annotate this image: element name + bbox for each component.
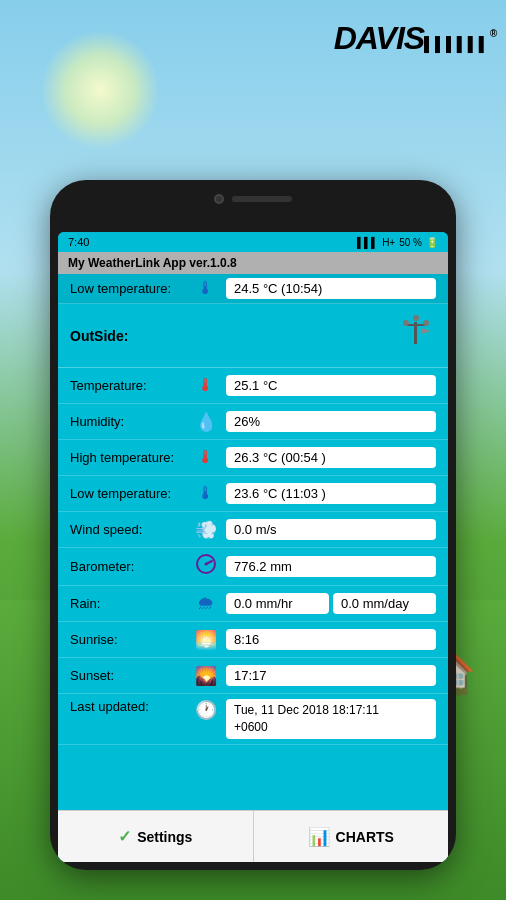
high-temp-row: High temperature: 🌡 26.3 °C (00:54 ) (58, 440, 448, 476)
status-bar: 7:40 ▌▌▌ H+ 50 % 🔋 (58, 232, 448, 252)
humidity-value: 26% (226, 411, 436, 432)
cutoff-icon: 🌡 (190, 278, 222, 299)
last-updated-value: Tue, 11 Dec 2018 18:17:11+0600 (226, 699, 436, 739)
last-updated-row: Last updated: 🕐 Tue, 11 Dec 2018 18:17:1… (58, 694, 448, 745)
temperature-row: Temperature: 🌡 25.1 °C (58, 368, 448, 404)
cutoff-row: Low temperature: 🌡 24.5 °C (10:54) (58, 274, 448, 304)
sunset-icon: 🌄 (190, 665, 222, 687)
svg-rect-1 (406, 324, 426, 326)
status-right-icons: ▌▌▌ H+ 50 % 🔋 (357, 237, 438, 248)
wind-speed-value: 0.0 m/s (226, 519, 436, 540)
phone-frame: 7:40 ▌▌▌ H+ 50 % 🔋 My WeatherLink App ve… (50, 180, 456, 870)
svg-point-8 (205, 563, 208, 566)
last-updated-label: Last updated: (70, 699, 190, 714)
charts-label: CHARTS (336, 829, 394, 845)
sunrise-value: 8:16 (226, 629, 436, 650)
barometer-row: Barometer: 776.2 mm (58, 548, 448, 586)
low-temp-label: Low temperature: (70, 486, 190, 501)
humidity-label: Humidity: (70, 414, 190, 429)
outside-label: OutSide: (70, 328, 396, 344)
status-time: 7:40 (68, 236, 89, 248)
cutoff-label: Low temperature: (70, 281, 190, 296)
phone-screen: 7:40 ▌▌▌ H+ 50 % 🔋 My WeatherLink App ve… (58, 232, 448, 862)
signal-bars: ▌▌▌ (357, 237, 378, 248)
rain-values: 0.0 mm/hr 0.0 mm/day (226, 593, 436, 614)
battery-level: 50 % (399, 237, 422, 248)
high-temp-icon: 🌡 (190, 447, 222, 468)
outside-header: OutSide: (58, 304, 448, 368)
app-titlebar: My WeatherLink App ver.1.0.8 (58, 252, 448, 274)
settings-label: Settings (137, 829, 192, 845)
high-temp-value: 26.3 °C (00:54 ) (226, 447, 436, 468)
rain-row: Rain: 🌧 0.0 mm/hr 0.0 mm/day (58, 586, 448, 622)
rain-label: Rain: (70, 596, 190, 611)
sunrise-row: Sunrise: 🌅 8:16 (58, 622, 448, 658)
rain-per-day: 0.0 mm/day (333, 593, 436, 614)
svg-point-2 (403, 320, 409, 326)
barometer-label: Barometer: (70, 559, 190, 574)
phone-top-hardware (214, 194, 292, 204)
data-section: Low temperature: 🌡 24.5 °C (10:54) OutSi… (58, 274, 448, 810)
temperature-label: Temperature: (70, 378, 190, 393)
barometer-value: 776.2 mm (226, 556, 436, 577)
svg-point-4 (413, 315, 419, 321)
davis-logo: DAVIS▌▌▌▌▌▌® (334, 20, 496, 57)
cutoff-value: 24.5 °C (10:54) (226, 278, 436, 299)
app-title-text: My WeatherLink App ver.1.0.8 (68, 256, 237, 270)
wind-icon: 💨 (190, 519, 222, 541)
thermometer-icon: 🌡 (190, 375, 222, 396)
sun-glow (40, 30, 160, 150)
sunrise-label: Sunrise: (70, 632, 190, 647)
settings-button[interactable]: ✓ Settings (58, 811, 254, 862)
sunset-label: Sunset: (70, 668, 190, 683)
low-temp-value: 23.6 °C (11:03 ) (226, 483, 436, 504)
high-temp-label: High temperature: (70, 450, 190, 465)
speaker-grille (232, 196, 292, 202)
svg-marker-5 (421, 328, 431, 334)
last-updated-icon: 🕐 (190, 699, 222, 721)
temperature-value: 25.1 °C (226, 375, 436, 396)
rain-per-hour: 0.0 mm/hr (226, 593, 329, 614)
battery-icon: 🔋 (426, 237, 438, 248)
station-svg (396, 312, 436, 352)
wind-speed-label: Wind speed: (70, 522, 190, 537)
chart-bar-icon: 📊 (308, 826, 330, 848)
scroll-content[interactable]: Low temperature: 🌡 24.5 °C (10:54) OutSi… (58, 274, 448, 810)
network-type: H+ (382, 237, 395, 248)
front-camera (214, 194, 224, 204)
sunrise-icon: 🌅 (190, 629, 222, 651)
sunset-row: Sunset: 🌄 17:17 (58, 658, 448, 694)
svg-point-3 (423, 320, 429, 326)
humidity-icon: 💧 (190, 411, 222, 433)
low-temp-row: Low temperature: 🌡 23.6 °C (11:03 ) (58, 476, 448, 512)
wind-speed-row: Wind speed: 💨 0.0 m/s (58, 512, 448, 548)
sunset-value: 17:17 (226, 665, 436, 686)
bottom-nav: ✓ Settings 📊 CHARTS (58, 810, 448, 862)
humidity-row: Humidity: 💧 26% (58, 404, 448, 440)
checkmark-icon: ✓ (118, 827, 131, 846)
barometer-icon (190, 553, 222, 580)
low-temp-icon: 🌡 (190, 483, 222, 504)
charts-button[interactable]: 📊 CHARTS (254, 811, 449, 862)
weather-station-icon (396, 312, 436, 359)
rain-icon: 🌧 (190, 593, 222, 614)
